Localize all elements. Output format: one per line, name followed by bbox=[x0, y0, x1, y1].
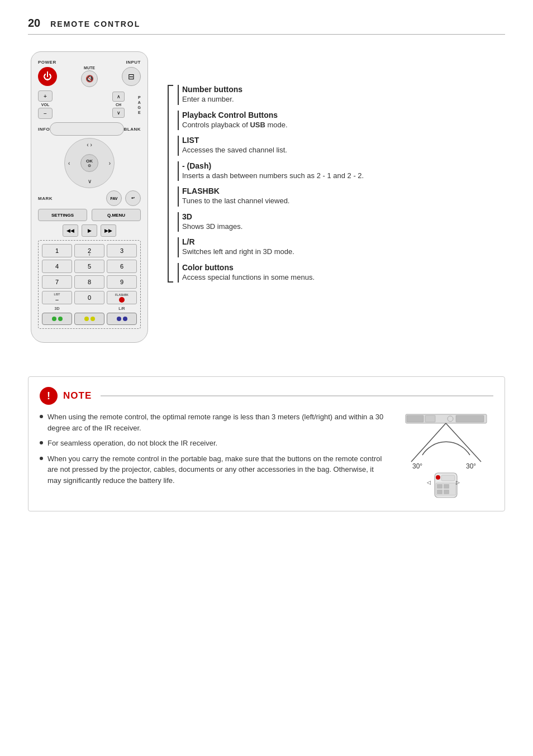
annotations-bracketed: Number buttons Enter a number. Playback … bbox=[168, 85, 505, 283]
anno-number-buttons: Number buttons Enter a number. bbox=[178, 85, 505, 105]
page-e: E bbox=[138, 111, 141, 114]
ok-label: OK bbox=[86, 159, 93, 164]
remote-body: POWER INPUT ⏻ MUTE 🔇 ⊟ + VOL bbox=[31, 51, 148, 343]
rewind-button[interactable]: ◀◀ bbox=[63, 224, 78, 237]
mute-label: MUTE bbox=[84, 66, 95, 70]
bullet-dot-2 bbox=[40, 441, 43, 444]
num-3-button[interactable]: 3 bbox=[107, 244, 137, 257]
svg-text:◁: ◁ bbox=[427, 480, 431, 485]
green-dot2 bbox=[58, 317, 63, 321]
fav-button[interactable]: FAV bbox=[106, 190, 122, 206]
bullet-dot-1 bbox=[40, 415, 43, 418]
info-label: INFO bbox=[38, 127, 50, 132]
num-2-button[interactable]: 2ⅱ bbox=[74, 244, 104, 257]
num-6-button[interactable]: 6 bbox=[107, 260, 137, 273]
num-4-button[interactable]: 4 bbox=[42, 260, 72, 273]
note-bullet-1: When using the remote control, the optim… bbox=[40, 412, 387, 433]
anno-playback: Playback Control Buttons Controls playba… bbox=[178, 111, 505, 131]
anno-title-color: Color buttons bbox=[182, 263, 505, 272]
mute-section: MUTE 🔇 bbox=[81, 66, 98, 87]
power-button[interactable]: ⏻ bbox=[38, 67, 57, 86]
3d-sublabel: 3D bbox=[42, 307, 72, 310]
anno-lr: L/R Switches left and right in 3D mode. bbox=[178, 237, 505, 257]
note-bullet-text-2: For seamless operation, do not block the… bbox=[47, 438, 217, 449]
anno-3d: 3D Shows 3D images. bbox=[178, 212, 505, 232]
back-button[interactable]: ↩ bbox=[125, 190, 141, 206]
num-1-button[interactable]: 1 bbox=[42, 244, 72, 257]
nav-down-button[interactable]: ∨ bbox=[88, 178, 92, 184]
page: 20 REMOTE CONTROL POWER INPUT ⏻ MUTE 🔇 ⊟ bbox=[0, 0, 533, 756]
bracket-vertical bbox=[168, 85, 169, 283]
mute-button[interactable]: 🔇 bbox=[81, 70, 98, 87]
svg-rect-4 bbox=[456, 415, 484, 422]
flashbk-button[interactable]: FLASHBK bbox=[107, 291, 137, 304]
playback-row: ◀◀ ▶ ▶▶ bbox=[38, 224, 141, 237]
svg-text:30°: 30° bbox=[466, 462, 476, 470]
list-dash-button[interactable]: LIST − bbox=[42, 291, 72, 304]
fastforward-button[interactable]: ▶▶ bbox=[101, 224, 116, 237]
num-0-button[interactable]: 0 bbox=[74, 291, 104, 304]
yellow-color-button[interactable] bbox=[74, 313, 104, 325]
nav-left-button[interactable]: ‹ bbox=[68, 160, 70, 166]
anno-title-3d: 3D bbox=[182, 212, 505, 221]
input-button[interactable]: ⊟ bbox=[122, 67, 141, 86]
svg-rect-16 bbox=[444, 490, 449, 494]
note-bullet-3: When you carry the remote control in the… bbox=[40, 453, 387, 486]
note-title-line bbox=[101, 395, 493, 396]
nav-up-button[interactable]: ‹ › bbox=[87, 142, 92, 148]
vol-ch-section: + VOL − ∧ CH ∨ P A G E bbox=[38, 90, 141, 119]
range-diagram-svg: 30° 30° ◁ ▷ bbox=[400, 412, 492, 501]
svg-text:30°: 30° bbox=[412, 462, 422, 470]
red-record-dot bbox=[119, 297, 125, 303]
nav-right-button[interactable]: › bbox=[109, 160, 111, 166]
vol-col: + VOL − bbox=[38, 90, 53, 119]
anno-color: Color buttons Access special functions i… bbox=[178, 263, 505, 283]
qmenu-button[interactable]: Q.MENU bbox=[92, 209, 141, 221]
num-7-button[interactable]: 7 bbox=[42, 275, 72, 289]
anno-dash: - (Dash) Inserts a dash between numbers … bbox=[178, 161, 505, 181]
anno-title-lr: L/R bbox=[182, 237, 505, 246]
nav-wide-button[interactable] bbox=[50, 122, 123, 136]
mark-fav-row: MARK FAV ↩ bbox=[38, 190, 141, 206]
num-grid-row2: 4 5 6 bbox=[42, 260, 137, 273]
anno-desc-playback: Controls playback of USB mode. bbox=[182, 119, 505, 131]
svg-rect-14 bbox=[444, 484, 449, 489]
green-color-button[interactable] bbox=[42, 313, 72, 325]
page-title: REMOTE CONTROL bbox=[50, 20, 140, 28]
annotations-panel: Number buttons Enter a number. Playback … bbox=[168, 51, 505, 288]
play-button[interactable]: ▶ bbox=[82, 224, 97, 237]
ch-up-button[interactable]: ∧ bbox=[112, 92, 125, 102]
anno-desc-lr: Switches left and right in 3D mode. bbox=[182, 246, 505, 257]
green-dot1 bbox=[52, 317, 56, 321]
vol-up-button[interactable]: + bbox=[38, 90, 53, 102]
power-input-row: ⏻ MUTE 🔇 ⊟ bbox=[38, 66, 141, 87]
input-label: INPUT bbox=[126, 60, 141, 65]
num-grid-row1: 1 2ⅱ 3 bbox=[42, 244, 137, 257]
ch-label: CH bbox=[116, 103, 121, 107]
page-p: P bbox=[138, 95, 141, 99]
lr-sublabel: L/R bbox=[107, 307, 137, 310]
num-9-button[interactable]: 9 bbox=[107, 275, 137, 289]
num-grid-row3: 7 8 9 bbox=[42, 275, 137, 289]
dash-main: − bbox=[55, 296, 59, 303]
num-8-button[interactable]: 8 bbox=[74, 275, 104, 289]
main-content: POWER INPUT ⏻ MUTE 🔇 ⊟ + VOL bbox=[28, 51, 505, 343]
settings-button[interactable]: SETTINGS bbox=[38, 209, 87, 221]
note-bullet-2: For seamless operation, do not block the… bbox=[40, 438, 387, 449]
blue-color-button[interactable] bbox=[107, 313, 137, 325]
anno-title-number: Number buttons bbox=[182, 85, 505, 94]
svg-point-3 bbox=[448, 416, 453, 422]
info-nav-row: INFO BLANK bbox=[38, 122, 141, 136]
note-title: NOTE bbox=[63, 390, 92, 401]
label-row: 3D L/R bbox=[42, 307, 137, 310]
remote-top-labels: POWER INPUT bbox=[38, 60, 141, 65]
ch-down-button[interactable]: ∨ bbox=[112, 108, 125, 118]
num-5-button[interactable]: 5 bbox=[74, 260, 104, 273]
vol-down-button[interactable]: − bbox=[38, 108, 53, 119]
page-col: P A G E bbox=[138, 95, 141, 114]
ch-col: ∧ CH ∨ bbox=[112, 92, 125, 118]
nav-circle: ‹ › ‹ › ∨ OK ⊙ bbox=[64, 138, 115, 188]
note-bullet-text-3: When you carry the remote control in the… bbox=[47, 453, 387, 486]
num-grid-row4: LIST − 0 FLASHBK bbox=[42, 291, 137, 304]
ok-button[interactable]: OK ⊙ bbox=[80, 154, 98, 172]
